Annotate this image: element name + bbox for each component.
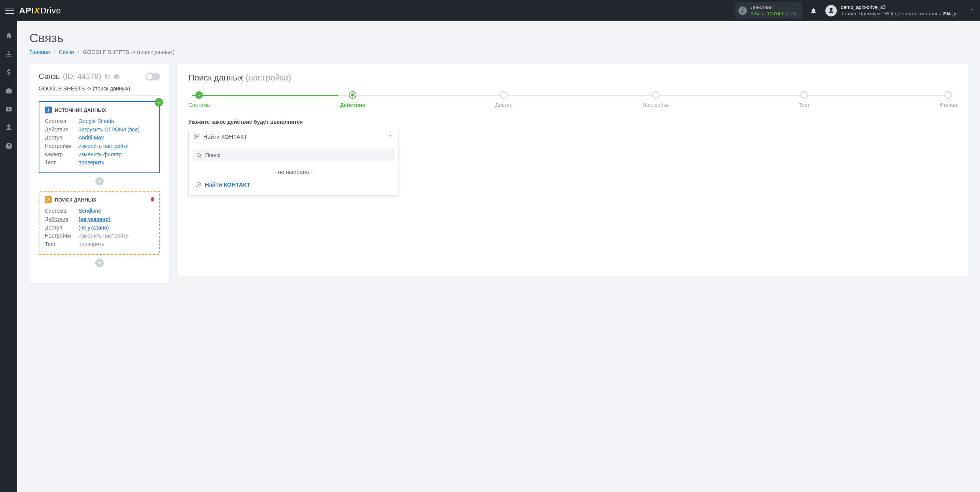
- source-test[interactable]: проверить: [78, 159, 105, 166]
- action-select: Найти КОНТАКТ - не выбрано - Найти КОНТА…: [188, 129, 399, 196]
- menu-toggle[interactable]: [5, 8, 14, 14]
- topbar: API X Drive i Действия: 324 из 100'000 (…: [0, 0, 980, 21]
- nav-video[interactable]: [0, 104, 17, 115]
- source-action[interactable]: Загрузить СТРОКИ (все): [78, 126, 139, 133]
- source-badge-num: 1: [45, 107, 52, 113]
- source-block: 1 ИСТОЧНИК ДАННЫХ СистемаGoogle Sheets Д…: [39, 101, 160, 173]
- tariff-line: Тариф |Премиум PRO| до оплаты осталось 2…: [841, 11, 958, 17]
- stepper: Система Действие Доступ Настройки Тест: [188, 91, 957, 108]
- nav-briefcase[interactable]: [0, 85, 17, 96]
- actions-percent: (0%): [786, 11, 796, 16]
- step-system[interactable]: Система: [188, 91, 210, 108]
- actions-counter[interactable]: i Действия: 324 из 100'000 (0%): [735, 2, 802, 19]
- actions-total: 100'000: [767, 11, 784, 16]
- play-icon: [194, 134, 199, 139]
- add-between-button[interactable]: +: [95, 177, 104, 185]
- chevron-up-icon: [388, 133, 393, 140]
- connection-title: Связь: [39, 72, 60, 81]
- logo-api: API: [19, 6, 34, 16]
- connection-card: Связь (ID: 44178) GOOGLE SHEETS -> (поис…: [29, 64, 169, 283]
- search-block: 2 ПОИСК ДАННЫХ СистемаSendlane Действие(…: [39, 191, 160, 254]
- crumb-links[interactable]: Связи: [59, 49, 74, 55]
- info-icon: i: [738, 7, 747, 15]
- connection-id: (ID: 44178): [63, 72, 101, 81]
- user-menu[interactable]: demo_apix-drive_s3 Тариф |Премиум PRO| д…: [825, 4, 975, 17]
- add-after-button[interactable]: +: [95, 259, 104, 267]
- page: Связь Главная / Связи / GOOGLE SHEETS ->…: [17, 21, 980, 293]
- action-field-label: Укажите какое действие будет выполнятся: [188, 119, 957, 125]
- option-find-contact[interactable]: Найти КОНТАКТ: [193, 178, 395, 191]
- chevron-down-icon: [969, 7, 975, 14]
- dropdown-search-input[interactable]: [205, 152, 391, 158]
- nav-home[interactable]: [0, 30, 17, 41]
- logo-drive: Drive: [40, 6, 61, 16]
- avatar-icon: [825, 5, 837, 16]
- crumb-home[interactable]: Главная: [29, 49, 50, 55]
- source-system[interactable]: Google Sheets: [78, 118, 114, 124]
- step-test[interactable]: Тест: [799, 91, 810, 108]
- sidebar: [0, 21, 17, 293]
- nav-help[interactable]: [0, 141, 17, 151]
- nav-profile[interactable]: [0, 122, 17, 133]
- logo-x: X: [34, 6, 40, 16]
- notifications-icon[interactable]: [810, 7, 817, 14]
- source-badge-label: ИСТОЧНИК ДАННЫХ: [55, 107, 106, 113]
- search-system[interactable]: Sendlane: [78, 208, 101, 214]
- action-dropdown: - не выбрано - Найти КОНТАКТ: [188, 144, 399, 196]
- check-icon: [155, 98, 163, 107]
- source-settings[interactable]: изменить настройки: [78, 143, 129, 149]
- search-badge-num: 2: [45, 196, 52, 203]
- option-none[interactable]: - не выбрано -: [193, 166, 395, 178]
- action-select-box[interactable]: Найти КОНТАКТ: [188, 129, 399, 144]
- play-icon: [196, 182, 201, 187]
- enable-toggle[interactable]: [145, 73, 160, 80]
- search-access[interactable]: (не указано): [78, 225, 109, 231]
- page-title: Связь: [29, 31, 968, 45]
- config-title: Поиск данных (настройка): [188, 73, 957, 83]
- step-settings[interactable]: Настройки: [642, 91, 669, 108]
- gear-icon[interactable]: [113, 74, 119, 80]
- actions-text: Действия: 324 из 100'000 (0%): [751, 5, 796, 16]
- search-action[interactable]: (не указано): [78, 216, 111, 222]
- source-access[interactable]: Andrii Mav: [78, 134, 104, 141]
- connection-subtitle: GOOGLE SHEETS -> (поиск данных): [39, 85, 160, 96]
- action-selected-value: Найти КОНТАКТ: [203, 133, 384, 140]
- config-card: Поиск данных (настройка) Система Действи…: [178, 64, 968, 276]
- nav-connections[interactable]: [0, 49, 17, 59]
- search-test: проверить: [78, 241, 105, 247]
- step-action[interactable]: Действие: [340, 91, 365, 108]
- search-icon: [196, 153, 202, 158]
- actions-used: 324: [751, 11, 759, 16]
- actions-label: Действия:: [751, 5, 796, 11]
- actions-of: из: [760, 11, 765, 16]
- user-name: demo_apix-drive_s3: [841, 4, 958, 10]
- dropdown-search: [193, 149, 395, 162]
- search-badge-label: ПОИСК ДАННЫХ: [55, 197, 96, 203]
- delete-icon[interactable]: [150, 196, 155, 203]
- copy-icon[interactable]: [104, 74, 110, 80]
- breadcrumb: Главная / Связи / GOOGLE SHEETS -> (поис…: [29, 49, 968, 55]
- source-filter[interactable]: изменить фильтр: [78, 151, 122, 157]
- nav-billing[interactable]: [0, 67, 17, 78]
- step-finish[interactable]: Финиш: [940, 91, 957, 108]
- step-access[interactable]: Доступ: [495, 91, 513, 108]
- crumb-current: GOOGLE SHEETS -> (поиск данных): [83, 49, 175, 55]
- search-settings: изменить настройки: [78, 233, 129, 239]
- logo[interactable]: API X Drive: [19, 6, 61, 16]
